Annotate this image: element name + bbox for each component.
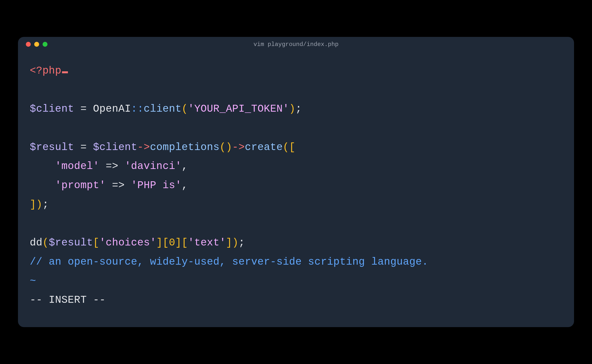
paren-open: ( (42, 237, 49, 249)
variable-client: $client (30, 103, 74, 115)
terminal-window: vim playground/index.php <?php$client = … (18, 37, 574, 327)
equals-op: = (74, 141, 93, 153)
number-index: 0 (169, 237, 175, 249)
parens: () (219, 141, 232, 153)
variable-result: $result (49, 237, 93, 249)
code-line-12: ~ (30, 272, 562, 291)
code-line-5: $result = $client->completions()->create… (30, 138, 562, 157)
code-line-9 (30, 214, 562, 234)
indent (30, 180, 55, 191)
semicolon: ; (296, 103, 302, 115)
bracket-close: ] (156, 237, 163, 249)
fat-arrow: => (106, 180, 131, 191)
code-line-3: $client = OpenAI::client('YOUR_API_TOKEN… (30, 100, 562, 119)
method-name: completions (150, 141, 219, 153)
semicolon: ; (42, 199, 49, 211)
bracket-open: [ (93, 237, 99, 249)
string-index: 'text' (188, 237, 226, 249)
arrow-op: -> (232, 141, 245, 153)
string-value: 'davinci' (125, 160, 182, 172)
code-line-11: // an open-source, widely-used, server-s… (30, 253, 562, 272)
bracket-close: ] (226, 237, 232, 249)
arrow-op: -> (137, 141, 150, 153)
scope-op: :: (131, 103, 143, 115)
window-title: vim playground/index.php (253, 41, 339, 48)
variable-client: $client (93, 141, 137, 153)
title-bar: vim playground/index.php (18, 37, 574, 52)
string-token: 'YOUR_API_TOKEN' (188, 103, 289, 115)
fat-arrow: => (99, 160, 125, 172)
code-line-10: dd($result['choices'][0]['text']); (30, 233, 562, 253)
variable-result: $result (30, 141, 74, 153)
indent (30, 160, 55, 172)
bracket-open: [ (163, 237, 169, 249)
bracket-open: [ (289, 141, 296, 153)
maximize-icon[interactable] (43, 42, 47, 47)
method-name: client (144, 103, 182, 115)
comment: // an open-source, widely-used, server-s… (30, 256, 428, 268)
comma: , (182, 180, 188, 191)
code-line-13: -- INSERT -- (30, 291, 562, 310)
class-name: OpenAI (93, 103, 131, 115)
code-line-1: <?php (30, 61, 562, 81)
bracket-open: [ (182, 237, 188, 249)
minimize-icon[interactable] (34, 42, 39, 47)
code-line-8: ]); (30, 195, 562, 214)
editor-area[interactable]: <?php$client = OpenAI::client('YOUR_API_… (18, 52, 574, 327)
cursor (62, 71, 68, 73)
paren-open: ( (182, 103, 188, 115)
code-line-4 (30, 119, 562, 138)
string-value: 'PHP is' (131, 180, 182, 191)
string-index: 'choices' (99, 237, 156, 249)
traffic-lights (26, 42, 47, 47)
equals-op: = (74, 103, 93, 115)
code-line-7: 'prompt' => 'PHP is', (30, 176, 562, 195)
string-key: 'prompt' (55, 180, 106, 191)
paren-close: ) (289, 103, 296, 115)
method-name: create (245, 141, 283, 153)
function-call: dd (30, 237, 42, 249)
bracket-close: ] (175, 237, 182, 249)
paren-close: ) (232, 237, 239, 249)
vim-tilde: ~ (30, 275, 36, 287)
comma: , (182, 160, 188, 172)
vim-mode-status: -- INSERT -- (30, 294, 106, 306)
paren-open: ( (283, 141, 289, 153)
string-key: 'model' (55, 160, 99, 172)
semicolon: ; (238, 237, 245, 249)
close-icon[interactable] (26, 42, 31, 47)
paren-close: ) (36, 199, 43, 211)
php-open-tag: <?php (30, 65, 62, 77)
code-line-2 (30, 81, 562, 100)
code-line-6: 'model' => 'davinci', (30, 157, 562, 176)
bracket-close: ] (30, 199, 36, 211)
